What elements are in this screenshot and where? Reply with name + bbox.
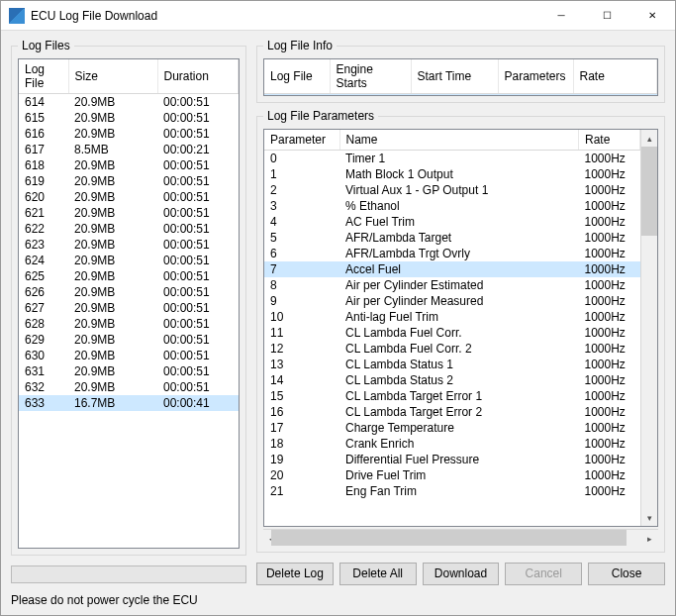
- table-row[interactable]: 62420.9MB00:00:51: [19, 253, 239, 268]
- table-row[interactable]: 62320.9MB00:00:51: [19, 237, 239, 253]
- table-row[interactable]: 61820.9MB00:00:51: [19, 157, 239, 173]
- table-row[interactable]: 9Air per Cylinder Measured1000Hz: [264, 293, 640, 309]
- table-row[interactable]: 62620.9MB00:00:51: [19, 284, 239, 300]
- log-file-info-panel: Log File Info Log File Engine Starts Sta…: [256, 39, 665, 103]
- table-row[interactable]: 3% Ethanol1000Hz: [264, 198, 640, 214]
- table-row[interactable]: 15CL Lambda Target Error 11000Hz: [264, 388, 640, 404]
- vertical-scrollbar[interactable]: ▴ ▾: [640, 130, 657, 526]
- col-info-logfile[interactable]: Log File: [264, 59, 330, 94]
- table-row[interactable]: 11CL Lambda Fuel Corr.1000Hz: [264, 325, 640, 341]
- log-file-params-panel: Log File Parameters Parameter Name Rate …: [256, 109, 665, 553]
- table-row[interactable]: 2Virtual Aux 1 - GP Output 11000Hz: [264, 182, 640, 198]
- table-row[interactable]: 0Timer 11000Hz: [264, 151, 640, 167]
- table-row[interactable]: 21Eng Fan Trim1000Hz: [264, 483, 640, 499]
- col-log-file[interactable]: Log File: [19, 59, 68, 94]
- table-row[interactable]: 62920.9MB00:00:51: [19, 332, 239, 348]
- params-table-wrap[interactable]: Parameter Name Rate 0Timer 11000Hz1Math …: [264, 130, 640, 526]
- table-row[interactable]: 8Air per Cylinder Estimated1000Hz: [264, 277, 640, 293]
- dialog-window: ECU Log File Download ─ ☐ ✕ Log Files Lo…: [0, 0, 676, 616]
- col-info-starttime[interactable]: Start Time: [411, 59, 498, 94]
- col-info-params[interactable]: Parameters: [498, 59, 573, 94]
- horizontal-scrollbar[interactable]: ◂ ▸: [263, 529, 658, 546]
- col-duration[interactable]: Duration: [157, 59, 239, 94]
- table-row[interactable]: 14CL Lambda Status 21000Hz: [264, 372, 640, 388]
- table-row[interactable]: 62120.9MB00:00:51: [19, 205, 239, 221]
- close-icon: ✕: [648, 10, 656, 21]
- scroll-thumb[interactable]: [641, 147, 657, 236]
- info-table: Log File Engine Starts Start Time Parame…: [264, 59, 657, 96]
- table-row[interactable]: 61920.9MB00:00:51: [19, 173, 239, 189]
- col-size[interactable]: Size: [68, 59, 157, 94]
- progress-bar: [11, 565, 246, 583]
- table-row[interactable]: 62520.9MB00:00:51: [19, 268, 239, 284]
- table-row[interactable]: 20Drive Fuel Trim1000Hz: [264, 467, 640, 483]
- table-row[interactable]: 62020.9MB00:00:51: [19, 189, 239, 205]
- download-button[interactable]: Download: [423, 563, 500, 585]
- hscroll-thumb[interactable]: [271, 530, 627, 546]
- table-row[interactable]: 7Accel Fuel1000Hz: [264, 261, 640, 277]
- table-row[interactable]: 61620.9MB00:00:51: [19, 126, 239, 142]
- table-row[interactable]: 6178.5MB00:00:21: [19, 142, 239, 157]
- titlebar[interactable]: ECU Log File Download ─ ☐ ✕: [1, 1, 675, 31]
- window-title: ECU Log File Download: [31, 9, 538, 23]
- table-row[interactable]: 18Crank Enrich1000Hz: [264, 436, 640, 452]
- table-row[interactable]: 10Anti-lag Fuel Trim1000Hz: [264, 309, 640, 325]
- table-row[interactable]: 16CL Lambda Target Error 21000Hz: [264, 404, 640, 420]
- minimize-icon: ─: [557, 10, 564, 21]
- params-table: Parameter Name Rate 0Timer 11000Hz1Math …: [264, 130, 640, 499]
- maximize-icon: ☐: [603, 10, 612, 21]
- delete-all-button[interactable]: Delete All: [339, 563, 417, 585]
- table-row[interactable]: 61520.9MB00:00:51: [19, 110, 239, 126]
- table-row[interactable]: 62820.9MB00:00:51: [19, 316, 239, 332]
- table-row[interactable]: 19Differential Fuel Pressure1000Hz: [264, 452, 640, 467]
- table-row[interactable]: 63220.9MB00:00:51: [19, 379, 239, 395]
- table-row[interactable]: 1Math Block 1 Output1000Hz: [264, 166, 640, 182]
- log-files-table-wrap[interactable]: Log File Size Duration 61420.9MB00:00:51…: [18, 58, 240, 549]
- scroll-down-icon[interactable]: ▾: [641, 509, 658, 526]
- table-row[interactable]: 62720.9MB00:00:51: [19, 300, 239, 316]
- scroll-up-icon[interactable]: ▴: [641, 130, 658, 147]
- info-table-wrap[interactable]: Log File Engine Starts Start Time Parame…: [263, 58, 658, 96]
- status-text: Please do not power cycle the ECU: [1, 589, 675, 615]
- col-info-rate[interactable]: Rate: [573, 59, 657, 94]
- col-rate[interactable]: Rate: [579, 130, 640, 151]
- log-files-legend: Log Files: [18, 39, 74, 52]
- cancel-button: Cancel: [505, 563, 582, 585]
- table-row[interactable]: 12CL Lambda Fuel Corr. 21000Hz: [264, 341, 640, 357]
- table-row[interactable]: 63020.9MB00:00:51: [19, 348, 239, 363]
- col-name[interactable]: Name: [339, 130, 579, 151]
- table-row[interactable]: 63120.9MB00:00:51: [19, 363, 239, 379]
- close-button[interactable]: ✕: [629, 1, 675, 31]
- col-info-starts[interactable]: Engine Starts: [330, 59, 411, 94]
- delete-log-button[interactable]: Delete Log: [256, 563, 334, 585]
- minimize-button[interactable]: ─: [538, 1, 584, 31]
- scroll-right-icon[interactable]: ▸: [641, 530, 658, 547]
- close-dialog-button[interactable]: Close: [588, 563, 665, 585]
- table-row[interactable]: 61420.9MB00:00:51: [19, 94, 239, 111]
- log-files-table: Log File Size Duration 61420.9MB00:00:51…: [19, 59, 239, 411]
- app-icon: [9, 8, 25, 24]
- table-row[interactable]: 62220.9MB00:00:51: [19, 221, 239, 237]
- table-row[interactable]: 63316.7MB00:00:41: [19, 395, 239, 411]
- table-row[interactable]: 17Charge Temperature1000Hz: [264, 420, 640, 436]
- table-row[interactable]: 5AFR/Lambda Target1000Hz: [264, 230, 640, 246]
- info-row[interactable]: 633 177 8663.847s 101 404kB/s: [264, 94, 657, 97]
- table-row[interactable]: 6AFR/Lambda Trgt Ovrly1000Hz: [264, 246, 640, 261]
- maximize-button[interactable]: ☐: [584, 1, 629, 31]
- log-files-panel: Log Files Log File Size Duration 61420.9…: [11, 39, 246, 556]
- table-row[interactable]: 4AC Fuel Trim1000Hz: [264, 214, 640, 230]
- col-parameter[interactable]: Parameter: [264, 130, 339, 151]
- log-file-info-legend: Log File Info: [263, 39, 337, 52]
- log-file-params-legend: Log File Parameters: [263, 109, 378, 123]
- table-row[interactable]: 13CL Lambda Status 11000Hz: [264, 357, 640, 372]
